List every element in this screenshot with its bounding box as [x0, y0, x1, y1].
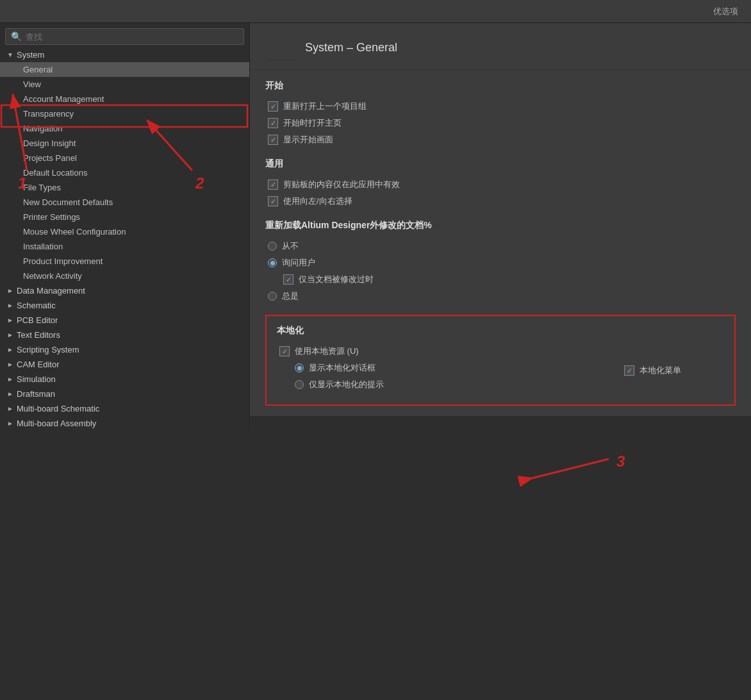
content-header: System – General: [250, 23, 751, 70]
radio-show-dialogs[interactable]: [295, 363, 304, 372]
localization-radio-group: 显示本地化对话框 仅显示本地化的提示: [292, 362, 622, 396]
checkbox-reopen-project[interactable]: [268, 101, 278, 112]
reload-radio-always[interactable]: 总是: [265, 290, 736, 302]
localization-radio-dialogs[interactable]: 显示本地化对话框: [292, 362, 622, 374]
sidebar-item-label: Scripting System: [17, 345, 79, 354]
sidebar-item-label: Simulation: [17, 374, 56, 384]
sidebar-item-system[interactable]: ▼ System: [0, 47, 249, 62]
sidebar-item-view[interactable]: View: [0, 77, 249, 92]
sidebar-item-label: Multi-board Assembly: [17, 419, 96, 428]
radio-never[interactable]: [268, 242, 277, 251]
sidebar-item-simulation[interactable]: ► Simulation: [0, 372, 249, 387]
section-general-title: 通用: [265, 158, 736, 172]
sidebar-item-label: Default Locations: [23, 168, 87, 178]
checkbox-use-local[interactable]: [279, 346, 290, 356]
sidebar-item-draftsman[interactable]: ► Draftsman: [0, 387, 249, 401]
sidebar-item-pcb-editor[interactable]: ► PCB Editor: [0, 313, 249, 328]
label-never: 从不: [282, 240, 299, 252]
expand-arrow-simulation: ►: [5, 376, 15, 383]
label-ask: 询问用户: [282, 257, 315, 269]
label-use-local: 使用本地资源 (U): [295, 346, 359, 357]
sidebar-item-printer-settings[interactable]: Printer Settings: [0, 210, 249, 224]
checkbox-only-modified[interactable]: [283, 274, 293, 285]
expand-arrow-scripting-system: ►: [5, 346, 15, 353]
radio-show-hints[interactable]: [295, 380, 304, 389]
sidebar-item-navigation[interactable]: Navigation: [0, 121, 249, 136]
section-startup: 开始 重新打开上一个项目组 开始时打开主页 显示开始画面: [265, 80, 736, 146]
sidebar-item-multi-board-assembly[interactable]: ► Multi-board Assembly: [0, 416, 249, 431]
startup-check-3[interactable]: 显示开始画面: [265, 134, 736, 146]
sidebar-item-label: Projects Panel: [23, 153, 77, 163]
label-localized-menu: 本地化菜单: [640, 365, 681, 376]
svg-text:3: 3: [616, 453, 625, 470]
general-check-1[interactable]: 剪贴板的内容仅在此应用中有效: [265, 179, 736, 190]
section-reload: 重新加载Altium Designer外修改的文档% 从不 询问用户 仅当: [265, 220, 736, 302]
sidebar-item-data-management[interactable]: ► Data Management: [0, 283, 249, 298]
svg-line-15: [532, 459, 609, 478]
startup-check-2[interactable]: 开始时打开主页: [265, 117, 736, 129]
reload-radio-never[interactable]: 从不: [265, 240, 736, 252]
reload-subcheck[interactable]: 仅当文档被修改过时: [265, 274, 736, 285]
checkbox-clipboard-local[interactable]: [268, 179, 278, 190]
sidebar-item-general[interactable]: General: [0, 62, 249, 77]
sidebar-item-text-editors[interactable]: ► Text Editors: [0, 328, 249, 342]
sidebar-item-transparency[interactable]: Transparency: [0, 106, 249, 121]
sidebar-item-label: System: [17, 50, 44, 60]
section-localization-title: 本地化: [277, 325, 724, 339]
sidebar-item-account-management[interactable]: Account Management: [0, 92, 249, 106]
checkbox-left-right-select[interactable]: [268, 196, 278, 206]
sidebar-item-label: Text Editors: [17, 330, 60, 340]
localization-check-use-local[interactable]: 使用本地资源 (U): [277, 346, 724, 357]
sidebar-item-label: Installation: [23, 242, 63, 251]
sidebar-item-label: Design Insight: [23, 138, 76, 148]
sidebar-item-label: File Types: [23, 183, 61, 192]
sidebar-item-label: CAM Editor: [17, 360, 59, 369]
startup-check-1[interactable]: 重新打开上一个项目组: [265, 101, 736, 112]
sidebar-item-label: Product Improvement: [23, 256, 103, 266]
sidebar-item-label: Network Activity: [23, 271, 82, 281]
localization-check-menu[interactable]: 本地化菜单: [622, 365, 724, 376]
search-bar[interactable]: 🔍: [5, 28, 244, 45]
general-check-2[interactable]: 使用向左/向右选择: [265, 196, 736, 207]
sidebar-item-label: Draftsman: [17, 389, 55, 399]
expand-arrow-text-editors: ►: [5, 331, 15, 338]
content-panel: System – General 开始 重新打开上一个项目组 开始时打开主页: [250, 23, 751, 416]
sidebar-item-mouse-wheel[interactable]: Mouse Wheel Configuration: [0, 224, 249, 239]
expand-arrow-data-management: ►: [5, 287, 15, 294]
sidebar-item-projects-panel[interactable]: Projects Panel: [0, 151, 249, 165]
expand-arrow-pcb-editor: ►: [5, 317, 15, 324]
radio-ask[interactable]: [268, 258, 277, 267]
sidebar-item-label: New Document Defaults: [23, 197, 113, 207]
sidebar-item-scripting-system[interactable]: ► Scripting System: [0, 342, 249, 357]
section-localization: 本地化 使用本地资源 (U) 显示本地化对话框: [265, 315, 736, 406]
sidebar: 🔍 ▼ System General View: [0, 23, 250, 431]
top-bar-title: 优选项: [713, 6, 738, 17]
label-show-dialogs: 显示本地化对话框: [309, 362, 376, 374]
expand-arrow-cam-editor: ►: [5, 361, 15, 368]
expand-arrow-system: ▼: [5, 51, 15, 58]
checkbox-show-splash[interactable]: [268, 135, 278, 145]
sidebar-item-label: Printer Settings: [23, 212, 80, 222]
sidebar-item-label: Mouse Wheel Configuration: [23, 227, 126, 237]
sidebar-item-network-activity[interactable]: Network Activity: [0, 269, 249, 283]
search-input[interactable]: [26, 32, 238, 42]
sidebar-item-file-types[interactable]: File Types: [0, 180, 249, 195]
sidebar-item-new-document-defaults[interactable]: New Document Defaults: [0, 195, 249, 210]
sidebar-item-cam-editor[interactable]: ► CAM Editor: [0, 357, 249, 372]
checkbox-open-home[interactable]: [268, 118, 278, 128]
sidebar-item-label: General: [23, 65, 53, 74]
section-reload-title: 重新加载Altium Designer外修改的文档%: [265, 220, 736, 234]
sidebar-item-design-insight[interactable]: Design Insight: [0, 136, 249, 151]
sidebar-item-product-improvement[interactable]: Product Improvement: [0, 254, 249, 269]
checkbox-localized-menu[interactable]: [624, 365, 634, 376]
sidebar-item-default-locations[interactable]: Default Locations: [0, 165, 249, 180]
radio-always[interactable]: [268, 292, 277, 301]
search-icon: 🔍: [11, 31, 22, 42]
sidebar-item-schematic[interactable]: ► Schematic: [0, 298, 249, 313]
sidebar-item-installation[interactable]: Installation: [0, 239, 249, 254]
localization-radio-hints[interactable]: 仅显示本地化的提示: [292, 379, 622, 390]
label-only-modified: 仅当文档被修改过时: [299, 274, 374, 285]
sidebar-item-label: Navigation: [23, 124, 62, 133]
sidebar-item-multi-board-schematic[interactable]: ► Multi-board Schematic: [0, 401, 249, 416]
reload-radio-ask[interactable]: 询问用户: [265, 257, 736, 269]
